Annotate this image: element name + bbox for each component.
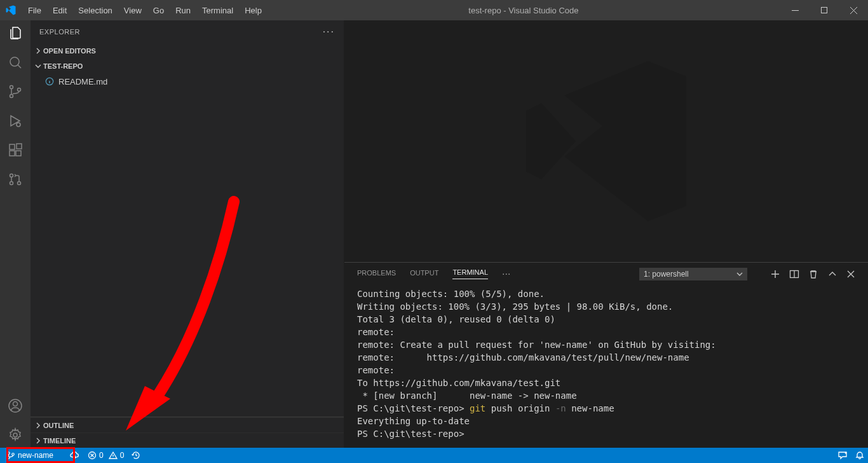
- svg-point-11: [10, 182, 13, 185]
- svg-point-15: [13, 433, 17, 437]
- panel-more-icon[interactable]: ···: [502, 268, 510, 280]
- menu-go[interactable]: Go: [148, 3, 169, 18]
- menu-edit[interactable]: Edit: [48, 3, 72, 18]
- status-feedback[interactable]: [834, 451, 851, 460]
- svg-point-20: [8, 457, 10, 459]
- svg-point-14: [13, 402, 18, 406]
- timeline-label: TIMELINE: [43, 437, 76, 445]
- warning-icon: [109, 451, 118, 460]
- chevron-down-icon: [33, 63, 43, 69]
- svg-point-21: [12, 453, 15, 456]
- search-tab-icon[interactable]: [6, 53, 24, 71]
- svg-point-12: [18, 182, 21, 185]
- svg-rect-9: [17, 144, 22, 149]
- kill-terminal-icon[interactable]: [808, 269, 818, 279]
- status-notifications[interactable]: [851, 451, 868, 460]
- chevron-right-icon: [33, 48, 43, 54]
- activity-bar: [0, 20, 31, 448]
- chevron-down-icon: [736, 271, 743, 277]
- terminal-output[interactable]: Counting objects: 100% (5/5), done. Writ…: [344, 285, 868, 448]
- tab-problems[interactable]: PROBLEMS: [357, 269, 396, 279]
- editor-area: PROBLEMS OUTPUT TERMINAL ··· 1: powershe…: [344, 20, 868, 448]
- split-terminal-icon[interactable]: [789, 269, 799, 279]
- git-branch-icon: [6, 451, 15, 460]
- window-title: test-repo - Visual Studio Code: [267, 6, 780, 15]
- svg-point-19: [8, 452, 10, 455]
- chevron-right-icon: [33, 422, 43, 429]
- source-control-tab-icon[interactable]: [6, 83, 24, 100]
- more-actions-icon[interactable]: ···: [323, 26, 335, 38]
- settings-gear-icon[interactable]: [6, 426, 24, 444]
- open-editors-label: OPEN EDITORS: [43, 47, 96, 55]
- explorer-sidebar: EXPLORER ··· OPEN EDITORS TEST-REPO READ…: [31, 20, 344, 448]
- errors-count: 0: [99, 451, 104, 460]
- chevron-right-icon: [33, 438, 43, 444]
- status-problems[interactable]: 0 0: [84, 448, 128, 463]
- tab-terminal[interactable]: TERMINAL: [452, 268, 488, 279]
- extensions-tab-icon[interactable]: [6, 141, 24, 159]
- svg-point-5: [17, 123, 20, 127]
- repo-section[interactable]: TEST-REPO: [31, 59, 344, 74]
- panel: PROBLEMS OUTPUT TERMINAL ··· 1: powershe…: [344, 262, 868, 448]
- maximize-button[interactable]: [810, 0, 839, 20]
- file-name-label: README.md: [58, 77, 107, 86]
- titlebar: File Edit Selection View Go Run Terminal…: [0, 0, 868, 20]
- vscode-logo-icon: [5, 4, 17, 16]
- menu-terminal[interactable]: Terminal: [197, 3, 238, 18]
- svg-rect-6: [10, 144, 15, 149]
- close-button[interactable]: [839, 0, 868, 20]
- timeline-section[interactable]: TIMELINE: [31, 432, 344, 448]
- tab-output[interactable]: OUTPUT: [410, 269, 438, 279]
- svg-point-10: [10, 174, 13, 177]
- run-debug-tab-icon[interactable]: [6, 112, 24, 130]
- terminal-selector[interactable]: 1: powershell: [639, 268, 747, 280]
- svg-point-3: [10, 95, 13, 98]
- github-pr-tab-icon[interactable]: [6, 170, 24, 188]
- file-readme[interactable]: README.md: [31, 74, 344, 89]
- svg-rect-0: [821, 7, 827, 13]
- status-sync[interactable]: [66, 448, 84, 463]
- feedback-icon: [837, 451, 848, 460]
- menu-run[interactable]: Run: [170, 3, 196, 18]
- vscode-watermark-icon: [511, 46, 702, 237]
- menu-file[interactable]: File: [23, 3, 46, 18]
- sidebar-title: EXPLORER: [39, 28, 80, 36]
- status-branch[interactable]: new-name: [0, 448, 57, 463]
- outline-section[interactable]: OUTLINE: [31, 417, 344, 432]
- menu-bar: File Edit Selection View Go Run Terminal…: [23, 3, 267, 18]
- branch-name: new-name: [18, 451, 53, 460]
- svg-point-2: [10, 86, 13, 89]
- svg-point-1: [10, 57, 19, 66]
- svg-rect-8: [16, 151, 21, 156]
- menu-view[interactable]: View: [119, 3, 147, 18]
- warnings-count: 0: [120, 451, 125, 460]
- terminal-selector-label: 1: powershell: [644, 270, 689, 279]
- minimize-button[interactable]: [780, 0, 810, 20]
- menu-help[interactable]: Help: [240, 3, 267, 18]
- error-icon: [88, 451, 97, 460]
- open-editors-section[interactable]: OPEN EDITORS: [31, 43, 344, 59]
- history-icon: [132, 451, 140, 460]
- cloud-sync-icon: [70, 451, 80, 460]
- maximize-panel-icon[interactable]: [827, 269, 837, 279]
- info-file-icon: [44, 76, 55, 86]
- svg-rect-7: [10, 151, 15, 156]
- explorer-tab-icon[interactable]: [6, 24, 24, 42]
- repo-name-label: TEST-REPO: [43, 62, 83, 70]
- status-bar: new-name 0 0: [0, 448, 868, 463]
- accounts-icon[interactable]: [6, 397, 24, 415]
- svg-point-4: [18, 88, 21, 92]
- menu-selection[interactable]: Selection: [73, 3, 117, 18]
- status-history[interactable]: [128, 448, 144, 463]
- close-panel-icon[interactable]: [846, 270, 855, 279]
- outline-label: OUTLINE: [43, 422, 74, 429]
- svg-point-23: [845, 452, 847, 454]
- bell-icon: [855, 451, 864, 460]
- new-terminal-icon[interactable]: [770, 269, 780, 279]
